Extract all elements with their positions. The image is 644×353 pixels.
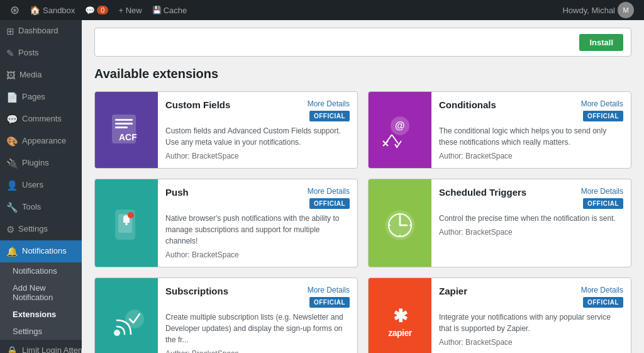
sidebar-item-plugins[interactable]: 🔌 Plugins — [0, 152, 82, 174]
sidebar-item-dashboard[interactable]: ⊞ Dashboard — [0, 20, 82, 42]
new-button[interactable]: + New — [113, 0, 147, 20]
sidebar-item-posts[interactable]: ✎ Posts — [0, 42, 82, 64]
zapier-thumb: ✱ zapier — [369, 278, 431, 353]
custom-fields-desc: Custom fields and Advanced Custom Fields… — [165, 125, 350, 148]
custom-fields-body: Custom Fields More Details OFFICIAL Cust… — [158, 92, 357, 168]
sidebar-item-media[interactable]: 🖼 Media — [0, 64, 82, 86]
subscriptions-thumb — [95, 278, 158, 353]
svg-rect-4 — [115, 123, 133, 125]
cache-button[interactable]: 💾 Cache — [147, 0, 192, 20]
admin-bar: ⊛ 🏠 Sandbox 💬 0 + New 💾 Cache Howdy, Mic… — [0, 0, 644, 20]
notifications-icon: 🔔 — [6, 245, 18, 258]
sidebar-item-tools[interactable]: 🔧 Tools — [0, 196, 82, 218]
zapier-name: Zapier — [439, 286, 467, 296]
conditionals-thumb: @ — [369, 92, 431, 168]
conditionals-desc: The conditional logic which helps you to… — [439, 125, 623, 148]
subscriptions-more-details[interactable]: More Details — [308, 286, 350, 294]
svg-rect-3 — [115, 119, 133, 121]
scheduled-body: Scheduled Triggers More Details OFFICIAL… — [431, 179, 631, 267]
push-icon — [104, 201, 148, 245]
avatar: M — [618, 2, 634, 18]
scheduled-author: Author: BracketSpace — [439, 228, 623, 237]
zapier-author: Author: BracketSpace — [439, 338, 623, 347]
scheduled-badge: OFFICIAL — [583, 198, 623, 209]
svg-text:@: @ — [395, 120, 405, 131]
sidebar-sub-add-new[interactable]: Add New Notification — [0, 279, 82, 306]
conditionals-icon: @ — [378, 108, 422, 152]
push-more-details[interactable]: More Details — [308, 187, 350, 196]
sidebar-item-users[interactable]: 👤 Users — [0, 174, 82, 196]
push-author: Author: BracketSpace — [165, 250, 350, 259]
site-name[interactable]: 🏠 Sandbox — [25, 0, 80, 20]
comment-icon: 💬 — [85, 6, 95, 15]
sidebar: ⊞ Dashboard ✎ Posts 🖼 Media 📄 Pages 💬 Co… — [0, 20, 82, 353]
extensions-grid: ACF Custom Fields More Details OFFICIAL … — [94, 91, 631, 353]
zapier-body: Zapier More Details OFFICIAL Integrate y… — [431, 278, 631, 353]
subscriptions-author: Author: BracketSpace — [165, 349, 350, 353]
subscriptions-badge: OFFICIAL — [309, 297, 350, 308]
custom-fields-more-details[interactable]: More Details — [308, 99, 350, 108]
top-partial-card: Install — [94, 28, 631, 57]
comments-bar-item[interactable]: 💬 0 — [80, 0, 113, 20]
custom-fields-thumb: ACF — [95, 92, 158, 168]
scheduled-meta: More Details OFFICIAL — [581, 187, 623, 209]
section-title: Available extensions — [94, 67, 631, 81]
sidebar-sub-extensions[interactable]: Extensions — [0, 306, 82, 323]
content-area: Install Available extensions ACF — [82, 20, 644, 353]
sidebar-item-appearance[interactable]: 🎨 Appearance — [0, 130, 82, 152]
extension-card-conditionals: @ Conditionals — [368, 91, 631, 169]
svg-point-15 — [125, 223, 128, 225]
zapier-more-details[interactable]: More Details — [581, 286, 623, 294]
extension-card-subscriptions: Subscriptions More Details OFFICIAL Crea… — [94, 277, 358, 353]
notifications-submenu: Notifications Add New Notification Exten… — [0, 262, 82, 340]
extension-card-push: Push More Details OFFICIAL Native browse… — [94, 179, 358, 267]
extension-card-scheduled: Scheduled Triggers More Details OFFICIAL… — [368, 179, 631, 267]
sidebar-sub-notif-settings[interactable]: Settings — [0, 323, 82, 340]
sidebar-sub-notifications[interactable]: Notifications — [0, 262, 82, 279]
conditionals-meta: More Details OFFICIAL — [581, 99, 623, 121]
custom-fields-meta: More Details OFFICIAL — [308, 99, 350, 121]
conditionals-badge: OFFICIAL — [583, 111, 623, 121]
push-body: Push More Details OFFICIAL Native browse… — [158, 179, 357, 267]
sidebar-item-comments[interactable]: 💬 Comments — [0, 108, 82, 130]
push-meta: More Details OFFICIAL — [308, 187, 350, 209]
svg-rect-5 — [115, 126, 128, 128]
wp-logo[interactable]: ⊛ — [5, 0, 25, 20]
svg-text:ACF: ACF — [119, 132, 137, 142]
scheduled-icon — [378, 201, 422, 245]
howdy-text[interactable]: Howdy, Michal M — [557, 0, 639, 20]
tools-icon: 🔧 — [6, 201, 18, 214]
scheduled-thumb — [369, 179, 431, 267]
acf-icon: ACF — [108, 111, 145, 149]
scheduled-name: Scheduled Triggers — [439, 187, 526, 198]
push-desc: Native browser's push notifications with… — [165, 213, 350, 247]
scheduled-more-details[interactable]: More Details — [581, 187, 623, 196]
zapier-meta: More Details OFFICIAL — [581, 286, 623, 308]
custom-fields-name: Custom Fields — [165, 99, 230, 110]
zapier-badge: OFFICIAL — [583, 297, 623, 308]
push-thumb — [95, 179, 158, 267]
sidebar-item-settings[interactable]: ⚙ Settings — [0, 218, 82, 240]
svg-line-10 — [392, 135, 398, 143]
subscriptions-desc: Create multiple subscription lists (e.g.… — [165, 311, 350, 345]
push-badge: OFFICIAL — [309, 198, 350, 209]
install-button[interactable]: Install — [579, 34, 623, 51]
posts-icon: ✎ — [6, 47, 14, 60]
zapier-desc: Integrate your notifications with any po… — [439, 311, 623, 334]
conditionals-more-details[interactable]: More Details — [581, 99, 623, 108]
sidebar-item-pages[interactable]: 📄 Pages — [0, 86, 82, 108]
plugins-icon: 🔌 — [6, 157, 18, 170]
conditionals-name: Conditionals — [439, 99, 496, 110]
dashboard-icon: ⊞ — [6, 25, 14, 38]
svg-point-25 — [114, 330, 120, 336]
limit-login-icon: 🔒 — [6, 344, 18, 353]
sidebar-item-limit-login[interactable]: 🔒 Limit Login Attempts — [0, 340, 82, 353]
extension-card-zapier: ✱ zapier Zapier More Details OFFICIAL — [368, 277, 631, 353]
pages-icon: 📄 — [6, 91, 18, 104]
sidebar-item-notifications[interactable]: 🔔 Notifications — [0, 240, 82, 262]
comment-count: 0 — [97, 6, 108, 14]
subscriptions-name: Subscriptions — [165, 286, 228, 296]
svg-point-26 — [126, 310, 143, 328]
scheduled-desc: Control the precise time when the notifi… — [439, 213, 623, 224]
appearance-icon: 🎨 — [6, 135, 18, 148]
